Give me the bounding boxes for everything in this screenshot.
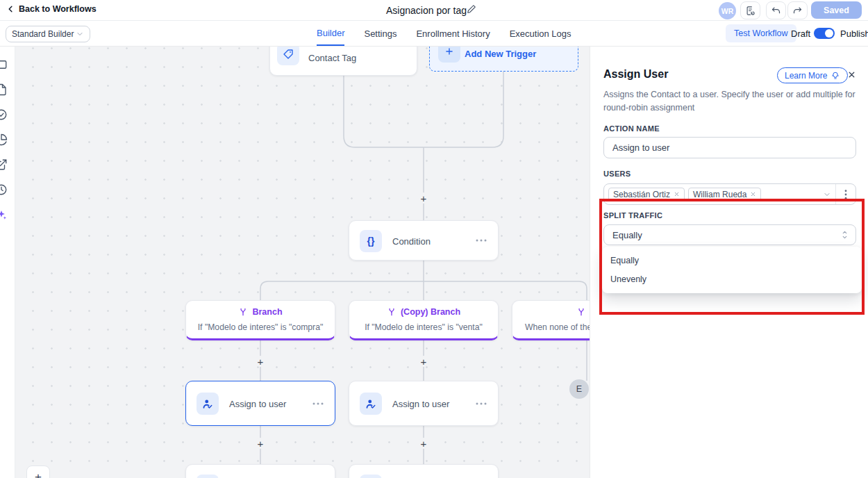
check-circle-icon[interactable]	[0, 108, 8, 121]
panel-title: Assign User	[603, 68, 668, 81]
tag-icon	[277, 47, 299, 65]
node-branch-none[interactable]: When none of the	[512, 300, 590, 340]
undo-button[interactable]	[766, 1, 786, 19]
node-branch-venta[interactable]: (Copy) Branch If "Modelo de interes" is …	[349, 300, 499, 340]
ai-sparkle-icon[interactable]	[0, 208, 8, 221]
users-more-options-button[interactable]	[836, 184, 856, 204]
action-settings-panel: Assign User Learn More Assigns the Conta…	[590, 47, 868, 478]
node-partial[interactable]	[349, 464, 499, 478]
tab-builder[interactable]: Builder	[317, 21, 344, 46]
layout-icon[interactable]	[0, 58, 8, 71]
top-bar: Back to Workflows Asignacion por tag WR …	[0, 0, 868, 21]
publish-toggle[interactable]	[814, 28, 835, 39]
avatar: E	[569, 379, 589, 399]
action-name-label: ACTION NAME	[603, 124, 660, 133]
node-icon	[197, 475, 219, 478]
branch-title: (Copy) Branch	[401, 307, 460, 317]
remove-chip-icon[interactable]	[750, 191, 756, 197]
zoom-in-button[interactable]: +	[26, 465, 50, 478]
action-name-input[interactable]	[603, 137, 856, 158]
tab-execution-logs[interactable]: Execution Logs	[510, 21, 571, 46]
chevron-left-icon	[7, 5, 15, 13]
split-traffic-label: SPLIT TRAFFIC	[603, 211, 662, 220]
node-assign-to-user[interactable]: Assign to user	[349, 381, 499, 426]
back-to-workflows-link[interactable]: Back to Workflows	[7, 4, 97, 14]
tab-settings[interactable]: Settings	[364, 21, 397, 46]
kebab-menu-icon	[844, 190, 847, 199]
node-label: Assign to user	[392, 399, 449, 409]
left-icon-rail	[0, 47, 15, 478]
close-icon[interactable]	[847, 70, 856, 79]
node-contact-tag[interactable]: Contact Tag	[269, 47, 417, 76]
avatar[interactable]: WR	[719, 2, 736, 19]
saved-button[interactable]: Saved	[811, 1, 862, 19]
node-branch-compra[interactable]: Branch If "Modelo de interes" is "compra…	[185, 300, 335, 340]
add-action-button[interactable]: +	[255, 438, 266, 449]
branch-condition: If "Modelo de interes" is "compra"	[186, 322, 335, 332]
users-label: USERS	[603, 170, 631, 178]
node-menu-icon[interactable]	[476, 402, 487, 405]
user-chip-name: Sebastián Ortiz	[613, 190, 670, 199]
workflow-canvas[interactable]: Contact Tag Add New Trigger + {} Conditi…	[15, 47, 590, 478]
users-select-area[interactable]: Sebastián Ortiz William Rueda	[604, 184, 836, 204]
chevron-updown-icon	[841, 230, 849, 240]
node-condition[interactable]: {} Condition	[349, 220, 499, 261]
toolbar: Standard Builder Builder Settings Enroll…	[0, 21, 868, 47]
plus-icon	[438, 47, 460, 63]
node-label: Assign to user	[229, 399, 286, 409]
user-check-icon	[360, 393, 382, 415]
user-chip-name: William Rueda	[693, 190, 746, 199]
users-multiselect[interactable]: Sebastián Ortiz William Rueda	[603, 183, 856, 205]
chevron-down-icon	[823, 190, 831, 199]
option-unevenly[interactable]: Unevenly	[602, 270, 862, 288]
node-label: Add New Trigger	[465, 49, 536, 59]
publish-label: Publish	[840, 28, 868, 39]
braces-icon: {}	[360, 230, 382, 252]
remove-chip-icon[interactable]	[674, 191, 680, 197]
pie-chart-icon[interactable]	[0, 133, 8, 146]
branch-condition: When none of the	[525, 322, 590, 332]
node-menu-icon[interactable]	[476, 239, 487, 242]
chevron-down-icon	[76, 30, 84, 38]
builder-mode-select[interactable]: Standard Builder	[6, 26, 90, 42]
node-label: Condition	[392, 236, 431, 247]
branch-condition: If "Modelo de interes" is "venta"	[349, 322, 498, 332]
edit-title-icon[interactable]	[467, 4, 476, 14]
node-partial[interactable]	[185, 464, 335, 478]
learn-more-button[interactable]: Learn More	[777, 67, 848, 83]
history-icon[interactable]	[0, 183, 8, 196]
split-traffic-dropdown: Equally Unevenly	[602, 247, 862, 293]
node-assign-to-user-selected[interactable]: Assign to user	[185, 381, 335, 426]
user-chip: William Rueda	[688, 188, 761, 201]
workflow-title: Asignacion por tag	[386, 5, 467, 16]
lightbulb-icon	[831, 71, 840, 81]
toggle-knob	[825, 29, 833, 38]
node-label: Contact Tag	[308, 53, 356, 63]
option-equally[interactable]: Equally	[602, 251, 862, 270]
user-chip: Sebastián Ortiz	[608, 188, 685, 201]
add-action-button[interactable]: +	[255, 356, 266, 367]
tab-bar: Builder Settings Enrollment History Exec…	[317, 21, 571, 46]
branch-icon	[387, 307, 397, 317]
draft-label: Draft	[791, 28, 810, 39]
branch-title: Branch	[252, 307, 282, 317]
node-add-new-trigger[interactable]: Add New Trigger	[429, 47, 578, 72]
undo-icon	[771, 6, 781, 16]
redo-button[interactable]	[787, 1, 808, 19]
external-link-icon[interactable]	[0, 158, 8, 171]
add-action-button[interactable]: +	[418, 192, 429, 204]
user-check-icon	[197, 393, 219, 415]
node-menu-icon[interactable]	[312, 402, 324, 405]
redo-icon	[792, 6, 803, 16]
add-action-button[interactable]: +	[418, 356, 429, 367]
branch-icon	[576, 307, 586, 317]
split-traffic-value: Equally	[612, 230, 642, 240]
test-workflow-button[interactable]: Test Workflow	[726, 24, 796, 42]
split-traffic-select[interactable]: Equally	[603, 224, 856, 245]
panel-description: Assigns the Contact to a user. Specify t…	[603, 88, 858, 115]
node-icon	[360, 475, 382, 478]
versions-button[interactable]	[740, 1, 760, 19]
tab-enrollment-history[interactable]: Enrollment History	[416, 21, 490, 46]
add-action-button[interactable]: +	[418, 438, 429, 449]
file-icon[interactable]	[0, 83, 8, 96]
